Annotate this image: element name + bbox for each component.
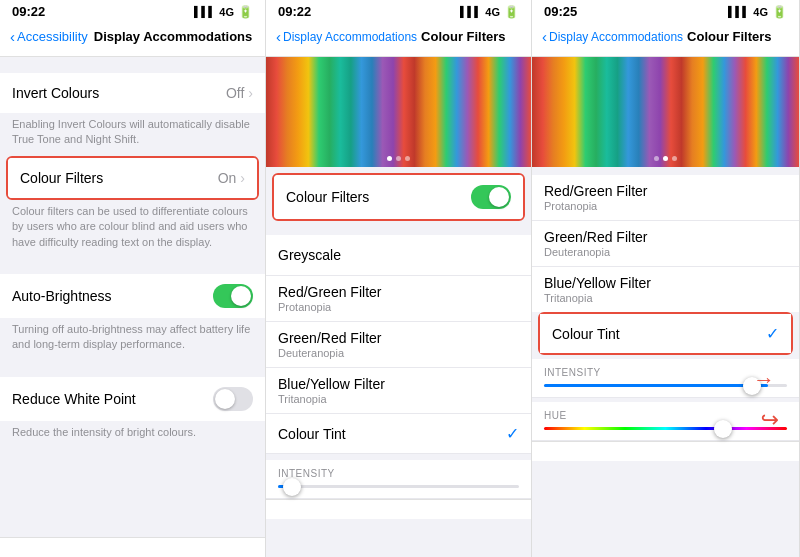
chevron-icon-1: ‹ — [10, 28, 15, 45]
battery-icon-1: 🔋 — [238, 5, 253, 19]
checkmark-icon-2: ✓ — [506, 424, 519, 443]
auto-brightness-group: Auto-Brightness — [0, 274, 265, 318]
status-icons-3: ▌▌▌ 4G 🔋 — [728, 5, 787, 19]
signal-icon-3: ▌▌▌ — [728, 6, 749, 17]
green-red-row-3[interactable]: Green/Red Filter Deuteranopia — [532, 221, 799, 267]
blue-yellow-label-2: Blue/Yellow Filter — [278, 376, 519, 392]
red-green-row-3[interactable]: Red/Green Filter Protanopia — [532, 175, 799, 221]
colour-tint-label-2: Colour Tint — [278, 426, 506, 442]
intensity-fill-3 — [544, 384, 768, 387]
panel-display-accommodations: 09:22 ▌▌▌ 4G 🔋 ‹ Accessibility Display A… — [0, 0, 266, 557]
intensity-section-3: INTENSITY → — [532, 359, 799, 398]
red-green-label-3: Red/Green Filter — [544, 183, 787, 199]
colour-filters-highlight: Colour Filters On › — [6, 156, 259, 200]
nav-bar-1: ‹ Accessibility Display Accommodations — [0, 21, 265, 57]
intensity-track-2[interactable] — [278, 485, 519, 488]
invert-desc: Enabling Invert Colours will automatical… — [0, 113, 265, 156]
hue-section-3: HUE ↩ — [532, 402, 799, 441]
intensity-section-2: INTENSITY — [266, 460, 531, 499]
intensity-thumb-2[interactable] — [283, 478, 301, 496]
intensity-label-2: INTENSITY — [278, 468, 519, 479]
back-button-2[interactable]: ‹ Display Accommodations — [276, 28, 417, 45]
signal-icon-2: ▌▌▌ — [460, 6, 481, 17]
colour-filters-desc: Colour filters can be used to differenti… — [0, 200, 265, 258]
colour-filters-label: Colour Filters — [20, 170, 218, 186]
dot-1-3 — [654, 156, 659, 161]
status-bar-3: 09:25 ▌▌▌ 4G 🔋 — [532, 0, 799, 21]
hue-label-3: HUE — [544, 410, 787, 421]
colour-filters-toggle-label: Colour Filters — [286, 189, 471, 205]
green-red-sub-3: Deuteranopia — [544, 246, 787, 258]
network-icon-3: 4G — [753, 6, 768, 18]
green-red-row-2[interactable]: Green/Red Filter Deuteranopia — [266, 322, 531, 368]
time-1: 09:22 — [12, 4, 45, 19]
greyscale-row[interactable]: Greyscale — [266, 235, 531, 276]
intensity-arrow-3: → — [753, 367, 775, 393]
panel-colour-filters-3: 09:25 ▌▌▌ 4G 🔋 ‹ Display Accommodations … — [532, 0, 800, 557]
pencil-image-3 — [532, 57, 799, 167]
colour-tint-row-3[interactable]: Colour Tint ✓ — [540, 314, 791, 353]
hue-thumb-3[interactable] — [714, 420, 732, 438]
greyscale-label: Greyscale — [278, 247, 341, 263]
blue-yellow-row-3[interactable]: Blue/Yellow Filter Tritanopia — [532, 267, 799, 312]
nav-title-2: Colour Filters — [421, 29, 506, 44]
intensity-track-3[interactable] — [544, 384, 787, 387]
dot-2-2 — [396, 156, 401, 161]
reduce-white-toggle[interactable] — [213, 387, 253, 411]
dot-3-3 — [672, 156, 677, 161]
colour-tint-highlight-3: Colour Tint ✓ — [538, 312, 793, 355]
colour-filters-toggle-highlight: Colour Filters — [272, 173, 525, 221]
colour-filters-toggle-row[interactable]: Colour Filters — [274, 175, 523, 219]
back-label-3: Display Accommodations — [549, 30, 683, 44]
colour-tint-row-2[interactable]: Colour Tint ✓ — [266, 414, 531, 454]
content-1: Invert Colours Off › Enabling Invert Col… — [0, 57, 265, 537]
colour-filters-row[interactable]: Colour Filters On › — [8, 158, 257, 198]
signal-icon-1: ▌▌▌ — [194, 6, 215, 17]
reduce-white-label: Reduce White Point — [12, 391, 213, 407]
filter-list-3: Red/Green Filter Protanopia Green/Red Fi… — [532, 175, 799, 312]
dot-3-2 — [405, 156, 410, 161]
red-green-label-2: Red/Green Filter — [278, 284, 519, 300]
hue-track-3[interactable] — [544, 427, 787, 430]
auto-brightness-toggle[interactable] — [213, 284, 253, 308]
reduce-white-desc: Reduce the intensity of bright colours. — [0, 421, 265, 448]
status-bar-2: 09:22 ▌▌▌ 4G 🔋 — [266, 0, 531, 21]
auto-brightness-label: Auto-Brightness — [12, 288, 213, 304]
blue-yellow-sub-3: Tritanopia — [544, 292, 787, 304]
blue-yellow-row-2[interactable]: Blue/Yellow Filter Tritanopia — [266, 368, 531, 414]
battery-icon-2: 🔋 — [504, 5, 519, 19]
red-green-row-2[interactable]: Red/Green Filter Protanopia — [266, 276, 531, 322]
auto-brightness-row[interactable]: Auto-Brightness — [0, 274, 265, 318]
nav-bar-2: ‹ Display Accommodations Colour Filters — [266, 21, 531, 57]
filter-list-2: Greyscale Red/Green Filter Protanopia Gr… — [266, 235, 531, 454]
pencil-dots-2 — [387, 156, 410, 161]
invert-colours-group: Invert Colours Off › — [0, 73, 265, 113]
chevron-icon-3: ‹ — [542, 28, 547, 45]
nav-title-3: Colour Filters — [687, 29, 772, 44]
bottom-bar-2 — [266, 499, 531, 519]
status-bar-1: 09:22 ▌▌▌ 4G 🔋 — [0, 0, 265, 21]
invert-colours-value: Off — [226, 85, 244, 101]
back-button-3[interactable]: ‹ Display Accommodations — [542, 28, 683, 45]
reduce-white-row[interactable]: Reduce White Point — [0, 377, 265, 421]
hue-arrow-3: ↩ — [761, 407, 779, 433]
invert-colours-label: Invert Colours — [12, 85, 226, 101]
status-icons-1: ▌▌▌ 4G 🔋 — [194, 5, 253, 19]
invert-colours-row[interactable]: Invert Colours Off › — [0, 73, 265, 113]
network-icon-2: 4G — [485, 6, 500, 18]
colour-filters-chevron: › — [240, 170, 245, 186]
back-button-1[interactable]: ‹ Accessibility — [10, 28, 88, 45]
status-icons-2: ▌▌▌ 4G 🔋 — [460, 5, 519, 19]
pencil-image-2 — [266, 57, 531, 167]
nav-title-1: Display Accommodations — [94, 29, 252, 44]
pencil-dots-3 — [654, 156, 677, 161]
colour-filters-toggle[interactable] — [471, 185, 511, 209]
reduce-white-group: Reduce White Point — [0, 377, 265, 421]
bottom-bar-3 — [532, 441, 799, 461]
colour-tint-label-3: Colour Tint — [552, 326, 766, 342]
invert-chevron-icon: › — [248, 85, 253, 101]
chevron-icon-2: ‹ — [276, 28, 281, 45]
checkmark-icon-3: ✓ — [766, 324, 779, 343]
back-label-2: Display Accommodations — [283, 30, 417, 44]
green-red-sub-2: Deuteranopia — [278, 347, 519, 359]
